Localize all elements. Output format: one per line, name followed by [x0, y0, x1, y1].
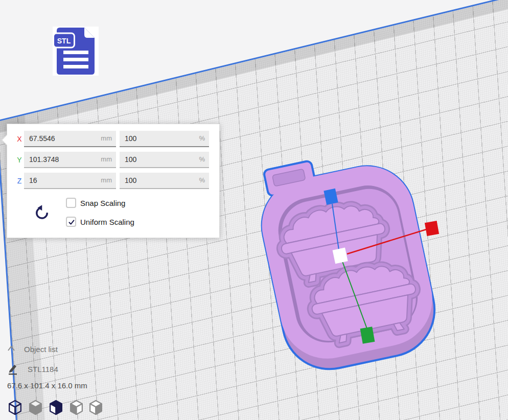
scale-z-percent-field[interactable]: 100 % [120, 173, 209, 189]
scale-z-mm-unit: mm [101, 173, 112, 188]
scale-x-percent-value: 100 [125, 131, 136, 146]
scale-handle-x[interactable] [425, 221, 439, 236]
axis-x-label: X [14, 131, 25, 147]
scale-x-percent-unit: % [199, 131, 205, 146]
scale-z-mm-value: 16 [29, 173, 37, 188]
stl-label: STL [57, 37, 71, 45]
reset-scale-button[interactable] [34, 203, 50, 223]
scale-z-percent-unit: % [199, 173, 205, 188]
axis-z-label: Z [14, 173, 25, 189]
cube-3d-view-icon [8, 400, 22, 415]
scale-y-mm-field[interactable]: 101.3748 mm [24, 152, 116, 168]
scale-z-mm-field[interactable]: 16 mm [24, 173, 116, 189]
scale-row-y: Y 101.3748 mm 100 % [7, 152, 219, 168]
scale-handle-y[interactable] [360, 326, 375, 344]
scale-row-z: Z 16 mm 100 % [7, 173, 219, 189]
cube-top-view-icon [49, 400, 63, 415]
chevron-up-icon [6, 344, 16, 353]
snap-scaling-checkbox[interactable] [66, 198, 76, 208]
scale-row-x: X 67.5546 mm 100 % [7, 131, 219, 147]
object-list-item[interactable]: STL1184 [7, 363, 19, 377]
stl-file-icon: STL [53, 27, 99, 78]
view-left-button[interactable] [69, 400, 83, 416]
axis-y-label: Y [14, 152, 25, 168]
scale-x-mm-unit: mm [101, 131, 112, 146]
cube-left-view-icon [70, 400, 83, 415]
scale-x-mm-value: 67.5546 [29, 131, 55, 146]
uniform-scaling-checkbox[interactable] [66, 217, 76, 227]
view-3d-button[interactable] [8, 400, 22, 416]
scale-y-percent-value: 100 [125, 152, 136, 167]
scale-y-percent-field[interactable]: 100 % [120, 152, 209, 168]
scale-x-mm-field[interactable]: 67.5546 mm [24, 131, 116, 147]
scale-z-percent-value: 100 [125, 173, 136, 188]
reset-arrow-icon [34, 204, 50, 221]
scale-x-percent-field[interactable]: 100 % [120, 131, 209, 147]
scale-tool-panel: X 67.5546 mm 100 % Y 101.3748 mm 100 % Z… [7, 124, 220, 238]
cube-front-view-icon [29, 400, 42, 415]
object-list-toggle[interactable]: Object list [6, 344, 16, 355]
pencil-edit-icon [7, 363, 19, 375]
scale-y-percent-unit: % [199, 152, 205, 167]
view-front-button[interactable] [28, 400, 42, 416]
scale-y-mm-value: 101.3748 [29, 152, 59, 167]
view-right-button[interactable] [88, 400, 103, 416]
object-dimensions: 67.6 x 101.4 x 16.0 mm [7, 381, 87, 390]
object-name: STL1184 [28, 365, 58, 374]
checkmark-icon [67, 218, 76, 226]
scale-y-mm-unit: mm [101, 152, 112, 167]
view-top-button[interactable] [49, 400, 63, 416]
uniform-scaling-label: Uniform Scaling [80, 218, 134, 226]
stl-document-icon: STL [53, 27, 99, 76]
cube-right-view-icon [89, 400, 103, 415]
snap-scaling-label: Snap Scaling [80, 199, 125, 207]
object-list-label: Object list [24, 345, 58, 354]
